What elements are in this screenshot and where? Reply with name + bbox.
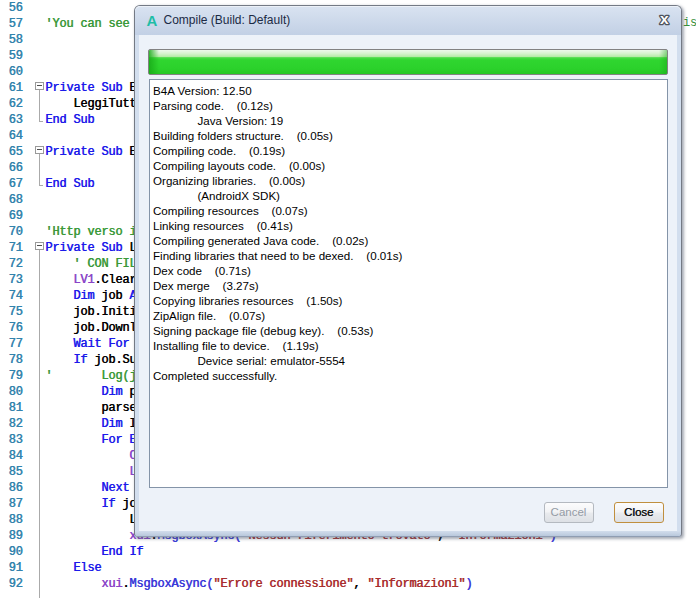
svg-text:x: x [659,14,668,27]
